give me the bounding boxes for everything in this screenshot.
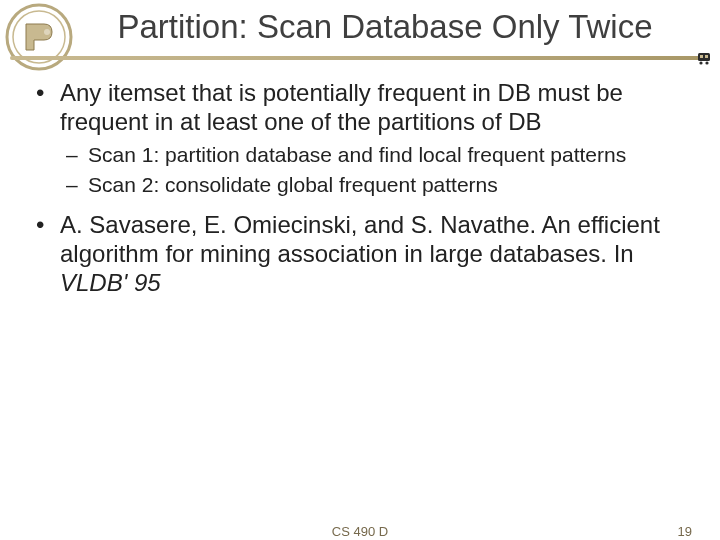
divider-rule xyxy=(10,56,710,60)
sub-bullet-text: Scan 2: consolidate global frequent patt… xyxy=(88,173,498,196)
university-seal-icon xyxy=(4,2,74,72)
footer-page-number: 19 xyxy=(678,524,692,539)
bullet-item: Any itemset that is potentially frequent… xyxy=(28,78,692,198)
svg-point-6 xyxy=(699,61,702,64)
svg-point-7 xyxy=(705,61,708,64)
svg-rect-4 xyxy=(700,55,703,58)
sub-bullet-text: Scan 1: partition database and find loca… xyxy=(88,143,626,166)
bullet-item: A. Savasere, E. Omiecinski, and S. Navat… xyxy=(28,210,692,298)
slide-title: Partition: Scan Database Only Twice xyxy=(0,0,720,56)
slide-body: Any itemset that is potentially frequent… xyxy=(0,78,720,298)
svg-point-2 xyxy=(44,29,50,35)
svg-rect-5 xyxy=(705,55,708,58)
svg-rect-3 xyxy=(698,53,710,61)
sub-bullet-item: Scan 2: consolidate global frequent patt… xyxy=(60,172,692,198)
bullet-text: A. Savasere, E. Omiecinski, and S. Navat… xyxy=(60,211,660,267)
train-icon xyxy=(696,50,714,66)
citation-venue: VLDB' 95 xyxy=(60,269,161,296)
bullet-text: Any itemset that is potentially frequent… xyxy=(60,79,623,135)
sub-bullet-item: Scan 1: partition database and find loca… xyxy=(60,142,692,168)
footer-course: CS 490 D xyxy=(332,524,388,539)
